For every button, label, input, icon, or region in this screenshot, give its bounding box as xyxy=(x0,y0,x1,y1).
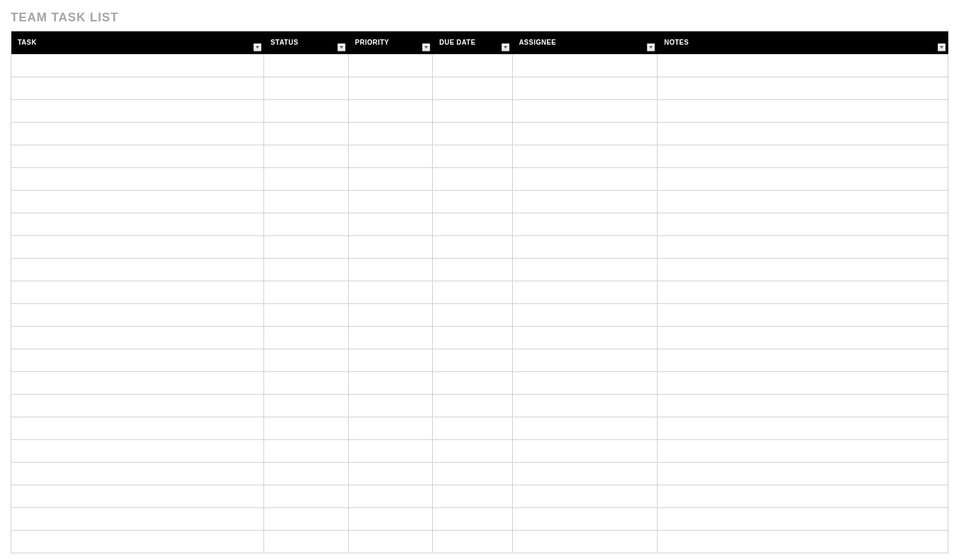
cell-task[interactable] xyxy=(11,281,264,303)
cell-notes[interactable] xyxy=(658,439,948,462)
cell-status[interactable] xyxy=(264,99,348,122)
cell-task[interactable] xyxy=(11,235,264,258)
cell-notes[interactable] xyxy=(658,394,948,417)
cell-priority[interactable] xyxy=(348,281,432,303)
cell-notes[interactable] xyxy=(658,145,948,167)
cell-notes[interactable] xyxy=(658,507,948,530)
filter-button-priority[interactable] xyxy=(422,43,430,51)
cell-status[interactable] xyxy=(264,485,348,507)
cell-due_date[interactable] xyxy=(433,258,512,281)
cell-assignee[interactable] xyxy=(512,54,658,77)
cell-assignee[interactable] xyxy=(512,394,658,417)
cell-due_date[interactable] xyxy=(433,417,512,439)
cell-status[interactable] xyxy=(264,54,348,77)
cell-priority[interactable] xyxy=(348,394,432,417)
cell-status[interactable] xyxy=(264,235,348,258)
cell-priority[interactable] xyxy=(348,485,432,507)
cell-status[interactable] xyxy=(264,77,348,99)
cell-priority[interactable] xyxy=(348,349,432,371)
cell-due_date[interactable] xyxy=(433,213,512,235)
cell-assignee[interactable] xyxy=(512,145,658,167)
cell-priority[interactable] xyxy=(348,54,432,77)
cell-notes[interactable] xyxy=(658,167,948,190)
cell-due_date[interactable] xyxy=(433,326,512,349)
cell-due_date[interactable] xyxy=(433,167,512,190)
cell-notes[interactable] xyxy=(658,530,948,553)
cell-due_date[interactable] xyxy=(433,190,512,213)
cell-assignee[interactable] xyxy=(512,213,658,235)
cell-task[interactable] xyxy=(11,258,264,281)
cell-assignee[interactable] xyxy=(512,190,658,213)
cell-priority[interactable] xyxy=(348,167,432,190)
cell-due_date[interactable] xyxy=(433,235,512,258)
cell-task[interactable] xyxy=(11,507,264,530)
cell-assignee[interactable] xyxy=(512,417,658,439)
cell-notes[interactable] xyxy=(658,122,948,145)
cell-due_date[interactable] xyxy=(433,394,512,417)
cell-priority[interactable] xyxy=(348,530,432,553)
cell-notes[interactable] xyxy=(658,485,948,507)
cell-priority[interactable] xyxy=(348,439,432,462)
cell-priority[interactable] xyxy=(348,145,432,167)
cell-notes[interactable] xyxy=(658,190,948,213)
cell-task[interactable] xyxy=(11,371,264,394)
cell-status[interactable] xyxy=(264,462,348,485)
cell-priority[interactable] xyxy=(348,77,432,99)
cell-task[interactable] xyxy=(11,462,264,485)
cell-task[interactable] xyxy=(11,167,264,190)
filter-button-notes[interactable] xyxy=(938,43,946,51)
cell-status[interactable] xyxy=(264,167,348,190)
cell-due_date[interactable] xyxy=(433,371,512,394)
column-header-status[interactable]: STATUS xyxy=(264,31,348,54)
cell-assignee[interactable] xyxy=(512,281,658,303)
cell-status[interactable] xyxy=(264,507,348,530)
cell-assignee[interactable] xyxy=(512,303,658,326)
cell-notes[interactable] xyxy=(658,77,948,99)
cell-task[interactable] xyxy=(11,54,264,77)
cell-assignee[interactable] xyxy=(512,167,658,190)
cell-priority[interactable] xyxy=(348,507,432,530)
cell-priority[interactable] xyxy=(348,190,432,213)
cell-task[interactable] xyxy=(11,394,264,417)
column-header-priority[interactable]: PRIORITY xyxy=(348,31,432,54)
cell-assignee[interactable] xyxy=(512,507,658,530)
cell-due_date[interactable] xyxy=(433,281,512,303)
cell-task[interactable] xyxy=(11,77,264,99)
cell-status[interactable] xyxy=(264,349,348,371)
cell-due_date[interactable] xyxy=(433,77,512,99)
cell-task[interactable] xyxy=(11,349,264,371)
cell-task[interactable] xyxy=(11,530,264,553)
filter-button-assignee[interactable] xyxy=(647,43,655,51)
cell-task[interactable] xyxy=(11,213,264,235)
cell-status[interactable] xyxy=(264,281,348,303)
cell-priority[interactable] xyxy=(348,213,432,235)
cell-status[interactable] xyxy=(264,326,348,349)
cell-status[interactable] xyxy=(264,394,348,417)
cell-task[interactable] xyxy=(11,417,264,439)
cell-status[interactable] xyxy=(264,213,348,235)
cell-assignee[interactable] xyxy=(512,485,658,507)
cell-priority[interactable] xyxy=(348,326,432,349)
cell-task[interactable] xyxy=(11,190,264,213)
cell-notes[interactable] xyxy=(658,326,948,349)
cell-notes[interactable] xyxy=(658,99,948,122)
cell-due_date[interactable] xyxy=(433,439,512,462)
cell-notes[interactable] xyxy=(658,371,948,394)
cell-due_date[interactable] xyxy=(433,54,512,77)
cell-assignee[interactable] xyxy=(512,326,658,349)
cell-assignee[interactable] xyxy=(512,349,658,371)
cell-task[interactable] xyxy=(11,99,264,122)
cell-notes[interactable] xyxy=(658,462,948,485)
cell-due_date[interactable] xyxy=(433,462,512,485)
cell-due_date[interactable] xyxy=(433,530,512,553)
filter-button-status[interactable] xyxy=(337,43,345,51)
cell-status[interactable] xyxy=(264,190,348,213)
cell-assignee[interactable] xyxy=(512,77,658,99)
cell-priority[interactable] xyxy=(348,371,432,394)
cell-status[interactable] xyxy=(264,371,348,394)
cell-due_date[interactable] xyxy=(433,507,512,530)
cell-task[interactable] xyxy=(11,145,264,167)
cell-status[interactable] xyxy=(264,439,348,462)
column-header-task[interactable]: TASK xyxy=(11,31,264,54)
cell-status[interactable] xyxy=(264,530,348,553)
